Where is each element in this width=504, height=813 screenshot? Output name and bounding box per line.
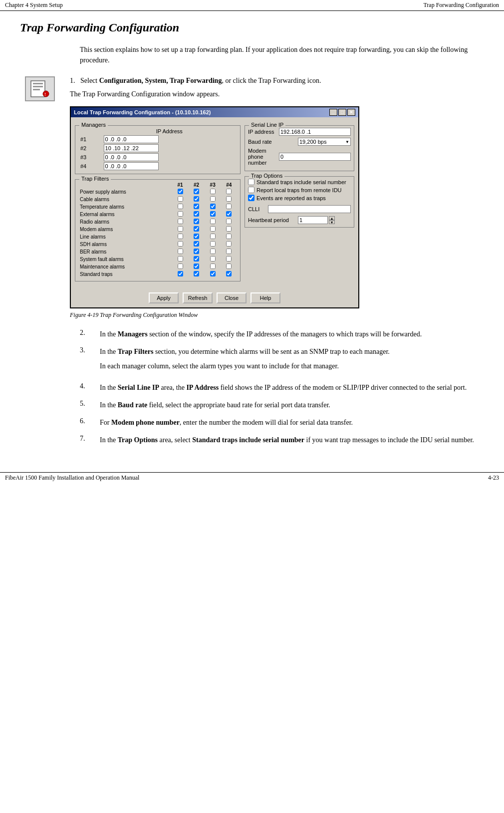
manager-ip-2[interactable] (104, 144, 159, 152)
step-6-body: For Modem phone number, enter the number… (100, 417, 484, 428)
dialog-title: Local Trap Forwarding Configuration - (1… (74, 109, 211, 115)
maximize-button[interactable]: □ (338, 109, 346, 116)
filter-1-check-3[interactable] (210, 189, 216, 194)
filter-name-7: Line alarms (78, 233, 172, 241)
step-1-sub: The Trap Forwarding Configuration window… (70, 89, 484, 99)
filter-6-check-4[interactable] (226, 226, 232, 232)
filter-1-check-2[interactable] (194, 189, 199, 194)
filter-12-check-3[interactable] (210, 271, 216, 276)
filter-12-check-1[interactable] (178, 271, 183, 276)
filter-6-check-2[interactable] (194, 226, 199, 232)
filter-6-check-1[interactable] (178, 226, 183, 232)
filter-11-check-1[interactable] (178, 264, 183, 269)
trap-option-3-label: Events are reported as traps (256, 195, 326, 201)
filter-4-check-1[interactable] (178, 211, 183, 217)
filter-11-check-2[interactable] (194, 264, 199, 269)
filter-5-check-4[interactable] (226, 219, 232, 224)
minimize-button[interactable]: _ (329, 109, 337, 116)
filter-5-check-3[interactable] (210, 219, 216, 224)
filter-2-check-3[interactable] (210, 196, 216, 202)
filter-2-check-4[interactable] (226, 196, 232, 202)
trap-option-2-row: Report local traps from remote IDU (248, 187, 351, 193)
filter-row-4: External alarms (78, 211, 237, 218)
filter-1-check-4[interactable] (226, 189, 232, 194)
col-header-4: #4 (221, 182, 237, 188)
titlebar-buttons: _ □ ✕ (329, 109, 355, 116)
step-1-content: 1. Select Configuration, System, Trap Fo… (70, 75, 484, 323)
filter-10-check-3[interactable] (210, 256, 216, 262)
filter-9-check-3[interactable] (210, 249, 216, 254)
filter-3-check-4[interactable] (226, 204, 232, 209)
spinner-up-button[interactable]: ▲ (329, 216, 335, 220)
step-7: 7. In the Trap Options area, select Stan… (80, 435, 484, 445)
dialog-left-panel: Managers IP Address #1 (75, 121, 241, 285)
step-1-container: ! 1. Select Configuration, System, Trap … (20, 75, 484, 323)
filter-2-check-2[interactable] (194, 196, 199, 202)
filter-3-check-1[interactable] (178, 204, 183, 209)
trap-option-2-checkbox[interactable] (248, 187, 254, 193)
step-2: 2. In the Managers section of the window… (80, 329, 484, 339)
filter-8-check-2[interactable] (194, 241, 199, 247)
filter-6-check-3[interactable] (210, 226, 216, 232)
manager-ip-4[interactable] (104, 162, 159, 170)
filter-8-check-3[interactable] (210, 241, 216, 247)
filter-10-check-1[interactable] (178, 256, 183, 262)
filters-table: #1 #2 #3 #4 Power supply alarmsCable ala… (78, 182, 237, 278)
filter-10-check-2[interactable] (194, 256, 199, 262)
ip-address-input[interactable] (279, 128, 351, 136)
filter-8-check-4[interactable] (226, 241, 232, 247)
apply-button[interactable]: Apply (149, 292, 179, 303)
filter-11-check-3[interactable] (210, 264, 216, 269)
filter-10-check-4[interactable] (226, 256, 232, 262)
page-footer: FibeAir 1500 Family Installation and Ope… (0, 472, 504, 483)
close-dialog-button[interactable]: Close (217, 292, 247, 303)
intro-text: This section explains how to set up a tr… (80, 44, 484, 65)
modem-phone-input[interactable] (279, 153, 351, 161)
filter-9-check-2[interactable] (194, 249, 199, 254)
filter-row-3: Temperature alarms (78, 203, 237, 211)
refresh-button[interactable]: Refresh (183, 292, 213, 303)
step-icon: ! (20, 75, 60, 323)
manager-row-1: #1 (78, 135, 237, 144)
trap-option-3-checkbox[interactable] (248, 195, 254, 201)
filter-12-check-2[interactable] (194, 271, 199, 276)
filter-5-check-2[interactable] (194, 219, 199, 224)
filter-3-check-3[interactable] (210, 204, 216, 209)
svg-rect-1 (33, 83, 43, 84)
baud-rate-dropdown[interactable]: 19,200 bps ▼ (298, 138, 351, 146)
manager-ip-1[interactable] (104, 135, 159, 143)
manager-ip-3[interactable] (104, 153, 159, 161)
filter-8-check-1[interactable] (178, 241, 183, 247)
filter-12-check-4[interactable] (226, 271, 232, 276)
filter-9-check-1[interactable] (178, 249, 183, 254)
filter-4-check-4[interactable] (226, 211, 232, 217)
filter-7-check-4[interactable] (226, 234, 232, 239)
close-button[interactable]: ✕ (347, 109, 355, 116)
modem-phone-label: Modem phone number (248, 148, 279, 166)
filter-5-check-1[interactable] (178, 219, 183, 224)
clli-input[interactable] (268, 205, 351, 213)
filter-4-check-3[interactable] (210, 211, 216, 217)
filter-row-12: Standard traps (78, 271, 237, 278)
filter-7-check-3[interactable] (210, 234, 216, 239)
filter-11-check-4[interactable] (226, 264, 232, 269)
filter-7-check-1[interactable] (178, 234, 183, 239)
header-right: Trap Forwarding Configuration (423, 1, 499, 9)
filter-4-check-2[interactable] (194, 211, 199, 217)
filter-1-check-1[interactable] (178, 189, 183, 194)
filter-7-check-2[interactable] (194, 234, 199, 239)
managers-group-title: Managers (79, 122, 108, 128)
dialog-right-panel: Serial Line IP IP address Baud rate 19,2… (245, 121, 354, 285)
help-button[interactable]: Help (251, 292, 280, 303)
filter-2-check-1[interactable] (178, 196, 183, 202)
filter-row-2: Cable alarms (78, 196, 237, 203)
trap-option-1-checkbox[interactable] (248, 179, 254, 185)
filter-3-check-2[interactable] (194, 204, 199, 209)
filter-row-7: Line alarms (78, 233, 237, 241)
filter-9-check-4[interactable] (226, 249, 232, 254)
step-2-bold: Managers (118, 330, 148, 338)
trap-option-1-label: Standard traps include serial number (256, 179, 346, 185)
step-7-bold2: Standard traps include serial number (192, 436, 304, 444)
heartbeat-input[interactable] (298, 216, 328, 224)
spinner-down-button[interactable]: ▼ (329, 220, 335, 224)
